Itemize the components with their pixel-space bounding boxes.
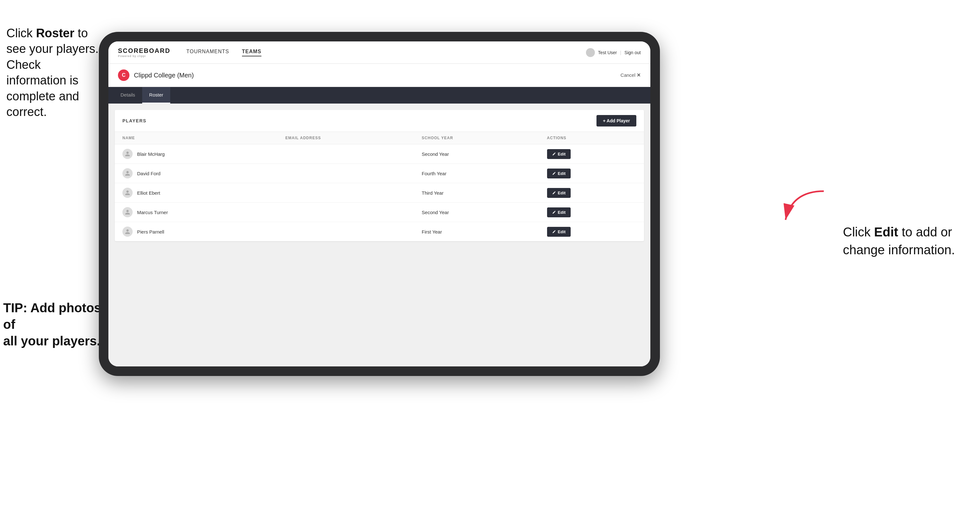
team-header: C Clippd College (Men) Cancel✕ (108, 64, 651, 87)
main-content: C Clippd College (Men) Cancel✕ Details R… (108, 64, 651, 367)
edit-button[interactable]: Edit (547, 188, 571, 198)
player-actions: Edit (539, 222, 644, 241)
table-header-row: NAME EMAIL ADDRESS SCHOOL YEAR ACTIONS (115, 132, 644, 144)
player-avatar (123, 207, 133, 217)
player-avatar (123, 168, 133, 178)
team-name: Clippd College (Men) (134, 72, 620, 79)
player-school-year: First Year (414, 222, 539, 241)
player-actions: Edit (539, 164, 644, 183)
logo-main-text: SCOREBOARD (118, 47, 170, 54)
edit-arrow (773, 188, 824, 227)
tab-roster[interactable]: Roster (142, 87, 170, 103)
tip-text: TIP: Add photos ofall your players. (3, 300, 102, 349)
nav-signout[interactable]: Sign out (625, 50, 641, 55)
col-email: EMAIL ADDRESS (278, 132, 414, 144)
tablet-screen: SCOREBOARD Powered by clippi TOURNAMENTS… (108, 41, 651, 367)
edit-button[interactable]: Edit (547, 208, 571, 217)
nav-bar: SCOREBOARD Powered by clippi TOURNAMENTS… (108, 41, 651, 64)
player-email (278, 183, 414, 203)
player-avatar (123, 188, 133, 198)
player-name: Blair McHarg (137, 151, 165, 157)
table-row: David Ford Fourth Year Edit (115, 164, 644, 183)
nav-links: TOURNAMENTS TEAMS (186, 49, 585, 56)
player-avatar (123, 149, 133, 159)
player-email (278, 222, 414, 241)
player-name: Piers Parnell (137, 229, 164, 235)
nav-teams[interactable]: TEAMS (242, 49, 261, 56)
roster-bold: Roster (36, 27, 74, 40)
table-row: Elliot Ebert Third Year Edit (115, 183, 644, 203)
nav-tournaments[interactable]: TOURNAMENTS (186, 49, 229, 56)
player-name: Elliot Ebert (137, 190, 161, 196)
players-panel: PLAYERS + Add Player NAME EMAIL ADDRESS … (115, 110, 644, 241)
nav-avatar (586, 48, 595, 57)
nav-separator: | (620, 50, 621, 55)
tab-details[interactable]: Details (113, 87, 142, 103)
table-row: Blair McHarg Second Year Edit (115, 144, 644, 164)
player-email (278, 144, 414, 164)
player-name-cell: Marcus Turner (115, 203, 278, 222)
player-actions: Edit (539, 144, 644, 164)
player-name-cell: Piers Parnell (115, 222, 278, 241)
player-email (278, 203, 414, 222)
player-email (278, 164, 414, 183)
col-actions: ACTIONS (539, 132, 644, 144)
player-school-year: Fourth Year (414, 164, 539, 183)
player-actions: Edit (539, 183, 644, 203)
table-row: Marcus Turner Second Year Edit (115, 203, 644, 222)
nav-logo: SCOREBOARD Powered by clippi (118, 47, 170, 58)
player-school-year: Second Year (414, 203, 539, 222)
cancel-button[interactable]: Cancel✕ (620, 72, 641, 78)
player-name-cell: Elliot Ebert (115, 183, 278, 203)
col-school-year: SCHOOL YEAR (414, 132, 539, 144)
tablet-frame: SCOREBOARD Powered by clippi TOURNAMENTS… (99, 32, 660, 376)
left-instruction-text: Click Roster to see your players. Check … (6, 25, 99, 120)
player-name-cell: David Ford (115, 164, 278, 183)
team-logo-circle: C (118, 70, 129, 81)
col-name: NAME (115, 132, 278, 144)
panel-title: PLAYERS (123, 118, 146, 123)
panel-header: PLAYERS + Add Player (115, 110, 644, 132)
player-school-year: Second Year (414, 144, 539, 164)
player-name: David Ford (137, 171, 161, 176)
edit-button[interactable]: Edit (547, 227, 571, 237)
tab-bar: Details Roster (108, 87, 651, 103)
right-instruction-text: Click Edit to add or change information. (843, 223, 964, 259)
edit-button[interactable]: Edit (547, 149, 571, 159)
player-school-year: Third Year (414, 183, 539, 203)
players-table: NAME EMAIL ADDRESS SCHOOL YEAR ACTIONS B… (115, 132, 644, 241)
add-player-button[interactable]: + Add Player (597, 115, 636, 127)
player-actions: Edit (539, 203, 644, 222)
player-name: Marcus Turner (137, 210, 168, 215)
edit-bold: Edit (874, 225, 898, 239)
table-row: Piers Parnell First Year Edit (115, 222, 644, 241)
nav-username[interactable]: Test User (598, 50, 617, 55)
player-name-cell: Blair McHarg (115, 144, 278, 164)
player-avatar (123, 227, 133, 237)
logo-sub-text: Powered by clippi (118, 54, 170, 58)
nav-right: Test User | Sign out (586, 48, 641, 57)
edit-button[interactable]: Edit (547, 168, 571, 178)
